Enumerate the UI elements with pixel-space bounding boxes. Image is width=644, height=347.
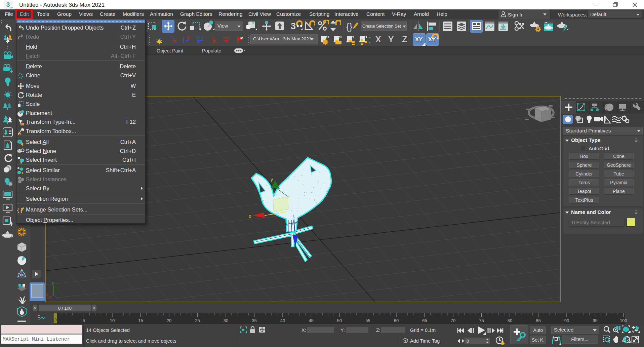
svg-text:65: 65	[422, 318, 427, 323]
svg-text:10: 10	[110, 318, 115, 323]
svg-text:75: 75	[479, 318, 484, 323]
svg-text:45: 45	[212, 40, 215, 43]
svg-text:3: 3	[6, 1, 10, 8]
svg-text:20: 20	[167, 318, 171, 323]
svg-text:y: y	[52, 281, 54, 285]
svg-text:25: 25	[195, 318, 200, 323]
svg-text:55: 55	[365, 318, 370, 323]
svg-text:50: 50	[186, 36, 190, 39]
svg-text:35: 35	[252, 318, 256, 323]
svg-text:45: 45	[172, 40, 176, 43]
svg-text:KEYS: KEYS	[223, 36, 230, 39]
svg-text:95: 95	[593, 318, 597, 323]
svg-text:MAX: MAX	[10, 7, 13, 9]
svg-text:15: 15	[138, 318, 143, 323]
svg-text:90: 90	[564, 318, 569, 323]
svg-text:30: 30	[224, 318, 228, 323]
svg-text:X: X	[248, 214, 252, 219]
svg-text:70: 70	[451, 318, 455, 323]
svg-text:100: 100	[620, 318, 627, 323]
svg-text:80: 80	[508, 318, 512, 323]
svg-text:30: 30	[240, 37, 243, 40]
svg-text:x: x	[46, 293, 48, 297]
svg-text:y: y	[271, 177, 273, 182]
svg-text:85: 85	[536, 318, 540, 323]
svg-text:50: 50	[337, 318, 342, 323]
svg-text:NOTL: NOTL	[196, 36, 204, 39]
svg-text:3: 3	[291, 21, 296, 31]
svg-text:z: z	[57, 301, 59, 302]
svg-text:{}: {}	[346, 21, 353, 32]
svg-text:45: 45	[309, 318, 313, 323]
svg-text:5: 5	[83, 318, 85, 323]
svg-text:60: 60	[394, 318, 399, 323]
svg-text:40: 40	[280, 318, 285, 323]
